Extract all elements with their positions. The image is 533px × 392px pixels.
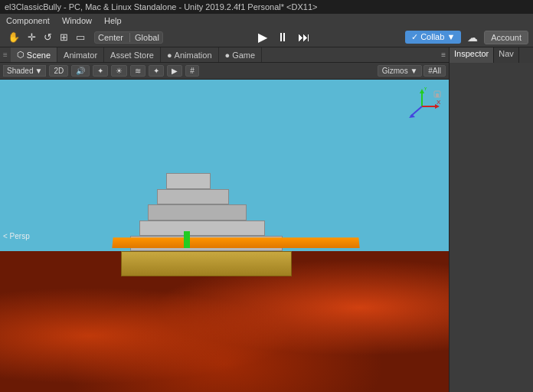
- tab-scene[interactable]: ⬡ Scene: [11, 47, 57, 63]
- shaded-dropdown[interactable]: Shaded ▼: [3, 65, 46, 77]
- persp-label: < Persp: [3, 232, 30, 240]
- menu-component[interactable]: Component: [3, 16, 53, 25]
- animator-tab-label: Animator: [64, 51, 97, 60]
- global-label: Global: [129, 33, 159, 42]
- inspector-tab[interactable]: Inspector: [450, 47, 494, 63]
- menu-window[interactable]: Window: [59, 16, 95, 25]
- tab-animator[interactable]: Animator: [57, 47, 104, 63]
- play-btn[interactable]: ▶: [255, 29, 270, 45]
- center-label: Center: [98, 33, 123, 42]
- tabs-bar: ≡ ⬡ Scene Animator Asset Store ● Animati…: [0, 47, 449, 63]
- tabs-collapse-btn[interactable]: ≡: [0, 51, 11, 59]
- tab-game[interactable]: ● Game: [219, 47, 263, 63]
- pause-btn[interactable]: ⏸: [273, 30, 292, 45]
- wall-row-5: [166, 173, 211, 188]
- cloud-btn[interactable]: ☁: [464, 31, 481, 44]
- nav-tab[interactable]: Nav: [494, 47, 519, 63]
- scale-tool-btn[interactable]: ⊞: [57, 31, 71, 44]
- left-panel: ≡ ⬡ Scene Animator Asset Store ● Animati…: [0, 47, 449, 392]
- flare-btn[interactable]: ✦: [149, 65, 164, 77]
- shaded-chevron: ▼: [34, 67, 42, 75]
- green-marker: [184, 231, 190, 248]
- animation-tab-label: Animation: [175, 51, 212, 60]
- svg-rect-9: [436, 93, 439, 97]
- orange-bar: [112, 237, 360, 248]
- asset-store-tab-label: Asset Store: [110, 51, 154, 60]
- rect-tool-btn[interactable]: ▭: [73, 31, 88, 44]
- skybox-btn[interactable]: ☀: [111, 65, 127, 77]
- grid-btn[interactable]: #: [185, 65, 199, 77]
- scene-tab-label: Scene: [27, 51, 51, 60]
- svg-marker-7: [409, 114, 415, 118]
- main-layout: ≡ ⬡ Scene Animator Asset Store ● Animati…: [0, 47, 533, 392]
- wall-row-3: [148, 204, 247, 220]
- wall-row-2: [139, 220, 265, 236]
- scene-toolbar: Shaded ▼ 2D 🔊 ✦ ☀ ≋ ✦ ▶ # Gizmos ▼ #All: [0, 63, 449, 80]
- menu-help[interactable]: Help: [101, 16, 125, 25]
- tabs-overflow[interactable]: ≡: [438, 51, 449, 59]
- animation-tab-icon: ●: [167, 51, 172, 60]
- rotate-tool-btn[interactable]: ↺: [41, 31, 55, 44]
- game-tab-label: Game: [232, 51, 255, 60]
- 2d-btn[interactable]: 2D: [49, 65, 68, 77]
- move-tool-btn[interactable]: ✛: [25, 31, 39, 44]
- account-btn[interactable]: Account: [484, 31, 528, 44]
- shaded-label: Shaded: [7, 67, 33, 75]
- wall-row-4: [157, 189, 229, 204]
- inspector-tabs: Inspector Nav: [450, 47, 533, 63]
- tab-animation[interactable]: ● Animation: [161, 47, 219, 63]
- inspector-content: [450, 63, 533, 392]
- sand-base: [121, 251, 292, 276]
- anim-btn[interactable]: ▶: [167, 65, 182, 77]
- tab-asset-store[interactable]: Asset Store: [104, 47, 161, 63]
- scene-viewport[interactable]: < Persp Y X: [0, 80, 449, 392]
- svg-text:X: X: [437, 99, 441, 106]
- all-btn[interactable]: #All: [423, 65, 446, 77]
- gizmos-btn[interactable]: Gizmos ▼: [378, 65, 423, 77]
- menu-bar: Component Window Help: [0, 14, 533, 28]
- title-text: el3ClassicBully - PC, Mac & Linux Standa…: [5, 2, 317, 11]
- main-toolbar: ✋ ✛ ↺ ⊞ ▭ Center Global ▶ ⏸ ⏭ ✓ Collab ▼…: [0, 28, 533, 47]
- fx-btn[interactable]: ✦: [93, 65, 108, 77]
- game-tab-icon: ●: [225, 51, 231, 60]
- svg-text:Y: Y: [423, 87, 428, 92]
- hand-tool-btn[interactable]: ✋: [5, 31, 23, 44]
- scene-tab-icon: ⬡: [17, 50, 25, 60]
- collab-btn[interactable]: ✓ Collab ▼: [405, 31, 461, 44]
- fog-btn[interactable]: ≋: [130, 65, 146, 77]
- step-btn[interactable]: ⏭: [295, 30, 313, 45]
- audio-btn[interactable]: 🔊: [71, 65, 90, 77]
- 3d-gizmo[interactable]: Y X: [403, 87, 441, 126]
- inspector-panel: Inspector Nav: [449, 47, 533, 392]
- title-bar: el3ClassicBully - PC, Mac & Linux Standa…: [0, 0, 533, 14]
